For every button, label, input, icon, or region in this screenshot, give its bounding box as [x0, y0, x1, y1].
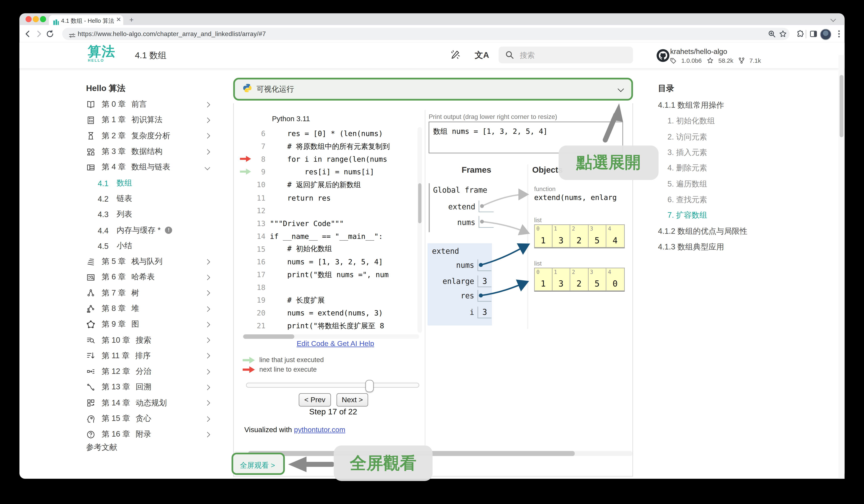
- url-text[interactable]: https://www.hello-algo.com/chapter_array…: [78, 31, 266, 37]
- sidebar-item[interactable]: 第 15 章贪心: [86, 411, 212, 427]
- line-text: # 将原数组中的所有元素复制到: [270, 142, 390, 152]
- translate-icon[interactable]: 文A: [475, 50, 489, 60]
- github-octocat-icon[interactable]: [656, 48, 670, 65]
- sidebar-item[interactable]: 第 4 章数组与链表: [86, 159, 212, 175]
- sidebar-subitem[interactable]: 4.3列表: [86, 207, 212, 223]
- page-title: 4.1 数组: [135, 50, 167, 61]
- sidebar-subitem[interactable]: 4.5小结: [86, 238, 212, 254]
- code-line: 12: [240, 204, 424, 217]
- sidebar-item[interactable]: 第 9 章图: [86, 317, 212, 332]
- toc-item[interactable]: 5. 遍历数组: [658, 176, 769, 192]
- step-slider-thumb[interactable]: [365, 380, 374, 392]
- step-slider[interactable]: [246, 383, 419, 388]
- back-icon[interactable]: [24, 30, 32, 40]
- sidebar-item[interactable]: 第 1 章初识算法: [86, 112, 212, 128]
- page-scrollbar-thumb[interactable]: [840, 75, 843, 137]
- zoom-icon[interactable]: [768, 30, 776, 40]
- heap-icon: [86, 304, 95, 313]
- sidebar-item[interactable]: 第 8 章堆: [86, 301, 212, 317]
- sidebar-item[interactable]: 第 3 章数据结构: [86, 144, 212, 159]
- traffic-light-zoom[interactable]: [40, 16, 46, 22]
- pythontutor-link[interactable]: pythontutor.com: [294, 425, 345, 434]
- fullscreen-link[interactable]: 全屏观看 >: [240, 460, 275, 470]
- sidebar-item[interactable]: 第 5 章栈与队列: [86, 254, 212, 269]
- toc-item[interactable]: 6. 查找元素: [658, 192, 769, 208]
- new-tab-button[interactable]: +: [130, 15, 134, 24]
- divide-icon: [86, 367, 95, 376]
- sidebar-subitem[interactable]: 4.4内存与缓存 *!: [86, 223, 212, 238]
- bookmark-star-icon[interactable]: [779, 30, 787, 40]
- toc-item[interactable]: 4. 删除元素: [658, 161, 769, 176]
- sidebar-item[interactable]: 第 16 章附录: [86, 427, 212, 442]
- search-input[interactable]: [499, 47, 633, 63]
- side-panel-icon[interactable]: [809, 30, 817, 40]
- extensions-icon[interactable]: [796, 30, 804, 40]
- chevron-right-icon: [205, 306, 210, 312]
- toc-title: 目录: [658, 83, 674, 94]
- code-hscrollbar-thumb[interactable]: [243, 334, 295, 339]
- list-cell: 22: [570, 268, 588, 291]
- extend-frame-title: extend: [432, 247, 459, 255]
- toc-item[interactable]: 4.1.1 数组常用操作: [658, 98, 769, 113]
- line-number: 19: [253, 296, 265, 304]
- tab-close-icon[interactable]: ✕: [116, 16, 121, 23]
- global-frame-title: Global frame: [433, 185, 487, 194]
- legend-just-executed: line that just executed: [243, 356, 324, 364]
- sidebar-item[interactable]: 第 6 章哈希表: [86, 269, 212, 285]
- code-pane[interactable]: 6 res = [0] * (len(nums)7 # 将原数组中的所有元素复制…: [240, 127, 424, 333]
- reload-icon[interactable]: [46, 30, 54, 40]
- sidebar-item[interactable]: 第 12 章分治: [86, 364, 212, 380]
- array-icon: [86, 163, 95, 172]
- code-vscrollbar-thumb[interactable]: [418, 183, 421, 223]
- site-settings-icon[interactable]: [69, 31, 75, 41]
- toc-item[interactable]: 4.1.2 数组的优点与局限性: [658, 224, 769, 239]
- search-placeholder: 搜索: [520, 50, 535, 60]
- prev-button[interactable]: < Prev: [299, 393, 331, 407]
- var-name: extend: [429, 202, 475, 211]
- next-button[interactable]: Next >: [337, 393, 368, 407]
- repo-name[interactable]: krahets/hello-algo: [670, 47, 727, 56]
- line-number: 14: [253, 232, 265, 240]
- kebab-menu-icon[interactable]: [835, 29, 843, 41]
- traffic-light-close[interactable]: [25, 16, 32, 22]
- toc-item[interactable]: 1. 初始化数组: [658, 113, 769, 129]
- toc-item[interactable]: 4.1.3 数组典型应用: [658, 239, 769, 255]
- var-name: i: [428, 308, 474, 317]
- new-badge-icon: !: [165, 227, 172, 234]
- sidebar-item[interactable]: 第 7 章树: [86, 285, 212, 301]
- list-cell: 22: [570, 225, 588, 248]
- list-cell: 35: [588, 225, 607, 248]
- list-cell: 13: [552, 268, 571, 291]
- sidebar-item[interactable]: 第 2 章复杂度分析: [86, 128, 212, 144]
- line-text: for i in range(len(nums: [270, 155, 387, 164]
- toc-item[interactable]: 7. 扩容数组: [658, 208, 769, 224]
- site-logo[interactable]: 算法: [86, 44, 117, 59]
- annotation-expand-label: 點選展開: [559, 146, 659, 180]
- profile-avatar[interactable]: [820, 29, 831, 40]
- chevron-right-icon: [205, 337, 210, 343]
- hourglass-icon: [86, 131, 95, 141]
- toc-item[interactable]: 3. 插入元素: [658, 145, 769, 161]
- sidebar-item[interactable]: 第 14 章动态规划: [86, 395, 212, 411]
- chevron-right-icon: [205, 432, 210, 437]
- tab-title: 4.1 数组 - Hello 算法: [61, 17, 114, 25]
- toc-item[interactable]: 2. 访问元素: [658, 129, 769, 145]
- list-cell: 44: [606, 225, 624, 248]
- sidebar-subitem[interactable]: 4.2链表: [86, 191, 212, 207]
- sidebar-item-references[interactable]: 参考文献: [86, 443, 117, 453]
- sidebar-item[interactable]: 第 10 章搜索: [86, 332, 212, 348]
- edit-code-link[interactable]: Edit Code & Get AI Help: [224, 339, 446, 348]
- code-vscrollbar-track[interactable]: [418, 127, 422, 333]
- forward-icon[interactable]: [35, 30, 43, 40]
- line-number: 11: [253, 194, 265, 202]
- theme-toggle-icon[interactable]: [450, 49, 460, 62]
- sidebar-item[interactable]: 第 13 章回溯: [86, 380, 212, 395]
- sidebar-item[interactable]: 第 11 章排序: [86, 348, 212, 364]
- sidebar-subitem[interactable]: 4.1数组: [86, 175, 212, 191]
- line-number: 18: [253, 283, 265, 292]
- traffic-light-minimize[interactable]: [33, 16, 39, 22]
- list-object-nums: 0113223544: [534, 225, 624, 248]
- repo-meta: 1.0.0b6 58.2k 7.1k: [670, 57, 761, 64]
- sidebar-item[interactable]: 第 0 章前言: [86, 97, 212, 112]
- code-line: 8 for i in range(len(nums: [240, 153, 424, 166]
